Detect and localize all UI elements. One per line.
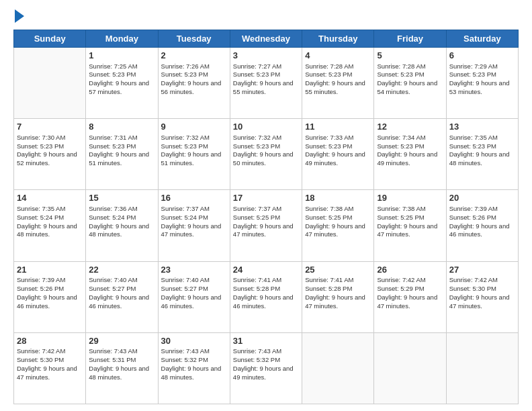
- week-row-4: 21Sunrise: 7:39 AMSunset: 5:26 PMDayligh…: [14, 261, 519, 332]
- week-row-3: 14Sunrise: 7:35 AMSunset: 5:24 PMDayligh…: [14, 190, 519, 261]
- calendar-cell: 9Sunrise: 7:32 AMSunset: 5:23 PMDaylight…: [158, 119, 230, 190]
- calendar-cell: 14Sunrise: 7:35 AMSunset: 5:24 PMDayligh…: [14, 190, 86, 261]
- day-number: 1: [89, 50, 154, 62]
- day-number: 9: [161, 121, 227, 133]
- day-header-friday: Friday: [374, 30, 446, 48]
- cell-info: Sunrise: 7:25 AMSunset: 5:23 PMDaylight:…: [89, 62, 154, 97]
- cell-info: Sunrise: 7:43 AMSunset: 5:31 PMDaylight:…: [89, 347, 154, 381]
- day-number: 27: [449, 264, 515, 276]
- cell-info: Sunrise: 7:37 AMSunset: 5:24 PMDaylight:…: [161, 205, 227, 239]
- day-number: 16: [161, 192, 227, 204]
- cell-info: Sunrise: 7:43 AMSunset: 5:32 PMDaylight:…: [233, 347, 299, 381]
- calendar-cell: 5Sunrise: 7:28 AMSunset: 5:23 PMDaylight…: [374, 48, 446, 119]
- calendar-cell: 20Sunrise: 7:39 AMSunset: 5:26 PMDayligh…: [446, 190, 518, 261]
- day-number: 8: [89, 121, 154, 133]
- day-number: 3: [233, 50, 299, 62]
- calendar-cell: 30Sunrise: 7:43 AMSunset: 5:32 PMDayligh…: [158, 332, 230, 404]
- day-header-wednesday: Wednesday: [230, 30, 302, 48]
- calendar-cell: 11Sunrise: 7:33 AMSunset: 5:23 PMDayligh…: [302, 119, 374, 190]
- calendar-cell: 17Sunrise: 7:37 AMSunset: 5:25 PMDayligh…: [230, 190, 302, 261]
- cell-info: Sunrise: 7:28 AMSunset: 5:23 PMDaylight:…: [377, 62, 443, 97]
- calendar-table: SundayMondayTuesdayWednesdayThursdayFrid…: [13, 30, 519, 404]
- cell-info: Sunrise: 7:31 AMSunset: 5:23 PMDaylight:…: [89, 134, 154, 168]
- calendar-cell: [14, 48, 86, 119]
- cell-info: Sunrise: 7:26 AMSunset: 5:23 PMDaylight:…: [161, 62, 227, 97]
- calendar-cell: 24Sunrise: 7:41 AMSunset: 5:28 PMDayligh…: [230, 261, 302, 332]
- day-number: 20: [449, 192, 515, 204]
- calendar-cell: 21Sunrise: 7:39 AMSunset: 5:26 PMDayligh…: [14, 261, 86, 332]
- day-header-sunday: Sunday: [14, 30, 86, 48]
- day-number: 17: [233, 192, 299, 204]
- day-number: 29: [89, 335, 154, 347]
- calendar-cell: 16Sunrise: 7:37 AMSunset: 5:24 PMDayligh…: [158, 190, 230, 261]
- day-number: 7: [17, 121, 83, 133]
- cell-info: Sunrise: 7:28 AMSunset: 5:23 PMDaylight:…: [305, 62, 371, 97]
- day-number: 15: [89, 192, 154, 204]
- calendar-cell: 2Sunrise: 7:26 AMSunset: 5:23 PMDaylight…: [158, 48, 230, 119]
- header: [13, 12, 519, 23]
- logo: [13, 12, 24, 23]
- calendar-cell: 31Sunrise: 7:43 AMSunset: 5:32 PMDayligh…: [230, 332, 302, 404]
- day-number: 4: [305, 50, 371, 62]
- cell-info: Sunrise: 7:42 AMSunset: 5:30 PMDaylight:…: [449, 276, 515, 310]
- cell-info: Sunrise: 7:35 AMSunset: 5:24 PMDaylight:…: [17, 205, 83, 239]
- day-number: 12: [377, 121, 443, 133]
- cell-info: Sunrise: 7:37 AMSunset: 5:25 PMDaylight:…: [233, 205, 299, 239]
- day-number: 18: [305, 192, 371, 204]
- cell-info: Sunrise: 7:36 AMSunset: 5:24 PMDaylight:…: [89, 205, 154, 239]
- cell-info: Sunrise: 7:43 AMSunset: 5:32 PMDaylight:…: [161, 347, 227, 381]
- cell-info: Sunrise: 7:30 AMSunset: 5:23 PMDaylight:…: [17, 134, 83, 168]
- cell-info: Sunrise: 7:27 AMSunset: 5:23 PMDaylight:…: [233, 62, 299, 97]
- day-number: 22: [89, 264, 154, 276]
- page: SundayMondayTuesdayWednesdayThursdayFrid…: [0, 0, 532, 411]
- calendar-cell: 8Sunrise: 7:31 AMSunset: 5:23 PMDaylight…: [86, 119, 158, 190]
- day-number: 25: [305, 264, 371, 276]
- day-number: 14: [17, 192, 83, 204]
- calendar-cell: 18Sunrise: 7:38 AMSunset: 5:25 PMDayligh…: [302, 190, 374, 261]
- day-number: 6: [449, 50, 515, 62]
- cell-info: Sunrise: 7:38 AMSunset: 5:25 PMDaylight:…: [305, 205, 371, 239]
- cell-info: Sunrise: 7:38 AMSunset: 5:25 PMDaylight:…: [377, 205, 443, 239]
- day-number: 21: [17, 264, 83, 276]
- cell-info: Sunrise: 7:33 AMSunset: 5:23 PMDaylight:…: [305, 134, 371, 168]
- calendar-cell: 7Sunrise: 7:30 AMSunset: 5:23 PMDaylight…: [14, 119, 86, 190]
- calendar-cell: 12Sunrise: 7:34 AMSunset: 5:23 PMDayligh…: [374, 119, 446, 190]
- calendar-cell: [302, 332, 374, 404]
- calendar-cell: 29Sunrise: 7:43 AMSunset: 5:31 PMDayligh…: [86, 332, 158, 404]
- calendar-cell: 3Sunrise: 7:27 AMSunset: 5:23 PMDaylight…: [230, 48, 302, 119]
- cell-info: Sunrise: 7:41 AMSunset: 5:28 PMDaylight:…: [305, 276, 371, 310]
- day-header-thursday: Thursday: [302, 30, 374, 48]
- week-row-1: 1Sunrise: 7:25 AMSunset: 5:23 PMDaylight…: [14, 48, 519, 119]
- day-header-saturday: Saturday: [446, 30, 518, 48]
- calendar-cell: 27Sunrise: 7:42 AMSunset: 5:30 PMDayligh…: [446, 261, 518, 332]
- calendar-cell: [446, 332, 518, 404]
- calendar-cell: 19Sunrise: 7:38 AMSunset: 5:25 PMDayligh…: [374, 190, 446, 261]
- calendar-cell: 13Sunrise: 7:35 AMSunset: 5:23 PMDayligh…: [446, 119, 518, 190]
- cell-info: Sunrise: 7:29 AMSunset: 5:23 PMDaylight:…: [449, 62, 515, 97]
- cell-info: Sunrise: 7:32 AMSunset: 5:23 PMDaylight:…: [233, 134, 299, 168]
- logo-arrow-icon: [15, 9, 24, 23]
- day-number: 2: [161, 50, 227, 62]
- day-header-tuesday: Tuesday: [158, 30, 230, 48]
- calendar-cell: 22Sunrise: 7:40 AMSunset: 5:27 PMDayligh…: [86, 261, 158, 332]
- calendar-cell: 26Sunrise: 7:42 AMSunset: 5:29 PMDayligh…: [374, 261, 446, 332]
- day-number: 23: [161, 264, 227, 276]
- day-number: 30: [161, 335, 227, 347]
- day-number: 19: [377, 192, 443, 204]
- cell-info: Sunrise: 7:39 AMSunset: 5:26 PMDaylight:…: [17, 276, 83, 310]
- day-number: 26: [377, 264, 443, 276]
- calendar-cell: 15Sunrise: 7:36 AMSunset: 5:24 PMDayligh…: [86, 190, 158, 261]
- cell-info: Sunrise: 7:40 AMSunset: 5:27 PMDaylight:…: [161, 276, 227, 310]
- cell-info: Sunrise: 7:32 AMSunset: 5:23 PMDaylight:…: [161, 134, 227, 168]
- cell-info: Sunrise: 7:42 AMSunset: 5:29 PMDaylight:…: [377, 276, 443, 310]
- day-number: 13: [449, 121, 515, 133]
- day-number: 5: [377, 50, 443, 62]
- cell-info: Sunrise: 7:34 AMSunset: 5:23 PMDaylight:…: [377, 134, 443, 168]
- cell-info: Sunrise: 7:42 AMSunset: 5:30 PMDaylight:…: [17, 347, 83, 381]
- cell-info: Sunrise: 7:41 AMSunset: 5:28 PMDaylight:…: [233, 276, 299, 310]
- cell-info: Sunrise: 7:35 AMSunset: 5:23 PMDaylight:…: [449, 134, 515, 168]
- day-number: 11: [305, 121, 371, 133]
- week-row-2: 7Sunrise: 7:30 AMSunset: 5:23 PMDaylight…: [14, 119, 519, 190]
- week-row-5: 28Sunrise: 7:42 AMSunset: 5:30 PMDayligh…: [14, 332, 519, 404]
- cell-info: Sunrise: 7:40 AMSunset: 5:27 PMDaylight:…: [89, 276, 154, 310]
